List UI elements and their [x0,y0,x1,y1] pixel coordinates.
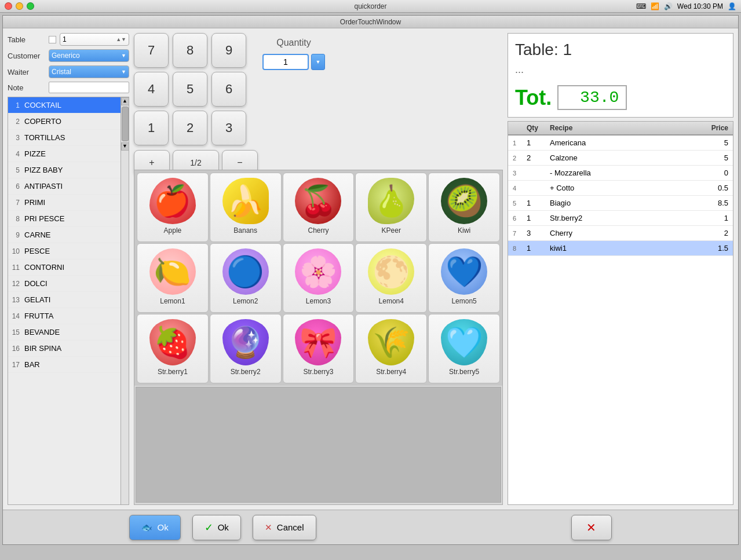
order-row-qty: 1 [524,243,547,253]
product-item-lemon1[interactable]: 🍋 Lemon1 [137,243,209,313]
close-window-button[interactable] [5,2,12,10]
waiter-row-form: Waiter Cristal ▼ [8,65,129,78]
product-item-str-berry4[interactable]: 🌾 Str.berry4 [355,314,427,383]
category-name: GELATI [22,295,50,304]
numpad-5-button[interactable]: 5 [173,72,207,107]
note-label: Note [8,83,45,92]
ok-secondary-button[interactable]: ✓ Ok [192,515,241,540]
order-row[interactable]: 7 3 Cherry 2 [508,226,733,241]
product-item-lemon2[interactable]: 🔵 Lemon2 [210,243,282,313]
order-row[interactable]: 3 - Mozzarella 0 [508,166,733,181]
product-item-kiwi[interactable]: 🥝 Kiwi [428,173,500,242]
category-item-bir spina[interactable]: 16BIR SPINA [8,341,121,357]
product-item-str-berry5[interactable]: 🩵 Str.berry5 [428,314,500,383]
product-item-str-berry3[interactable]: 🎀 Str.berry3 [283,314,355,383]
product-item-apple[interactable]: 🍎 Apple [137,173,209,242]
category-item-antipasti[interactable]: 6ANTIPASTI [8,178,121,195]
traffic-lights[interactable] [5,2,34,10]
waiter-input[interactable]: Cristal ▼ [49,65,129,78]
category-scrollbar[interactable]: ▲ ▼ [121,97,129,504]
product-grid-container: 🍎 Apple 🍌 Banans 🍒 Cherry 🍐 KPeer 🥝 Kiwi… [134,170,503,505]
category-item-carne[interactable]: 9CARNE [8,227,121,243]
right-panel: Table: 1 ... Tot. 33.0 Qty Recipe Price … [508,33,733,505]
customer-input[interactable]: Generico ▼ [49,49,129,62]
table-dots: ... [515,64,726,76]
product-item-lemon3[interactable]: 🌸 Lemon3 [283,243,355,313]
waiter-label: Waiter [8,68,45,76]
category-item-gelati[interactable]: 13GELATI [8,292,121,308]
ok-primary-button[interactable]: 🐟 Ok [129,515,180,540]
order-row[interactable]: 2 2 Calzone 5 [508,151,733,166]
product-item-banans[interactable]: 🍌 Banans [210,173,282,242]
product-item-kpeer[interactable]: 🍐 KPeer [355,173,427,242]
product-name: Apple [164,226,182,235]
product-item-cherry[interactable]: 🍒 Cherry [283,173,355,242]
category-name: CONTORNI [22,263,64,272]
category-item-tortillas[interactable]: 3TORTILLAS [8,130,121,146]
product-item-lemon4[interactable]: 🌕 Lemon4 [355,243,427,313]
maximize-window-button[interactable] [27,2,34,10]
category-item-pesce[interactable]: 10PESCE [8,243,121,259]
scrollbar-up-button[interactable]: ▲ [121,97,129,105]
note-input[interactable] [49,82,129,93]
category-item-cocktail[interactable]: 1COCKTAIL [8,97,121,114]
numpad-8-button[interactable]: 8 [173,33,207,68]
category-name: BAR [22,360,40,369]
category-item-frutta[interactable]: 14FRUTTA [8,308,121,324]
top-controls: 789456123 + 1/2 − Quantity ▼ [134,33,503,166]
tot-label: Tot. [515,86,552,110]
numpad-4-button[interactable]: 4 [134,72,169,107]
scrollbar-down-button[interactable]: ▼ [121,142,129,151]
main-window: OrderTouchWindow Table 1 ▲▼ Customer Gen… [2,15,739,545]
numpad-1-button[interactable]: 1 [134,111,169,145]
order-row-num: 3 [510,169,524,177]
numpad-2-button[interactable]: 2 [173,111,207,145]
category-item-pizze[interactable]: 4PIZZE [8,146,121,162]
product-image: 🥝 [441,178,487,224]
customer-row-form: Customer Generico ▼ [8,49,129,62]
category-num: 8 [8,215,22,223]
numpad-7-button[interactable]: 7 [134,33,169,68]
waiter-arrow-icon: ▼ [121,69,126,75]
scrollbar-thumb[interactable] [122,107,129,141]
numpad-3-button[interactable]: 3 [211,111,246,145]
customer-arrow-icon: ▼ [121,53,126,58]
order-row[interactable]: 8 1 kiwi1 1.5 [508,241,733,256]
order-row[interactable]: 4 + Cotto 0.5 [508,181,733,196]
product-name: Str.berry2 [231,368,261,376]
product-image: 🍐 [368,178,414,224]
user-icon: 👤 [728,2,736,10]
category-item-pizz baby[interactable]: 5PIZZ BABY [8,162,121,178]
category-item-bevande[interactable]: 15BEVANDE [8,324,121,341]
order-row[interactable]: 1 1 Americana 5 [508,136,733,151]
category-item-dolci[interactable]: 12DOLCI [8,276,121,292]
category-item-coperto[interactable]: 2COPERTO [8,114,121,130]
category-item-pri pesce[interactable]: 8PRI PESCE [8,211,121,227]
order-row-num: 5 [510,199,524,207]
quantity-input[interactable] [262,54,309,70]
product-item-str-berry2[interactable]: 🔮 Str.berry2 [210,314,282,383]
quantity-dropdown-button[interactable]: ▼ [311,54,325,70]
order-row-num: 6 [510,214,524,222]
product-image: 🌾 [368,319,414,365]
numpad-6-button[interactable]: 6 [211,72,246,107]
category-num: 1 [8,101,22,109]
category-num: 17 [8,361,22,369]
delete-button[interactable]: ✕ [571,515,612,540]
quantity-label: Quantity [276,38,311,48]
order-row-price: 1 [696,213,731,223]
product-item-str-berry1[interactable]: 🍓 Str.berry1 [137,314,209,383]
category-item-primi[interactable]: 7PRIMI [8,195,121,211]
table-checkbox[interactable] [49,36,56,43]
category-item-contorni[interactable]: 11CONTORNI [8,259,121,276]
order-row[interactable]: 6 1 Str.berry2 1 [508,211,733,226]
order-row-price: 1.5 [696,243,731,253]
order-row[interactable]: 5 1 Biagio 8.5 [508,196,733,211]
total-row: Tot. 33.0 [515,85,726,110]
category-item-bar[interactable]: 17BAR [8,357,121,373]
numpad-9-button[interactable]: 9 [211,33,246,68]
cancel-button[interactable]: ✕ Cancel [253,515,316,540]
table-input[interactable]: 1 ▲▼ [60,33,129,46]
product-item-lemon5[interactable]: 💙 Lemon5 [428,243,500,313]
minimize-window-button[interactable] [16,2,23,10]
